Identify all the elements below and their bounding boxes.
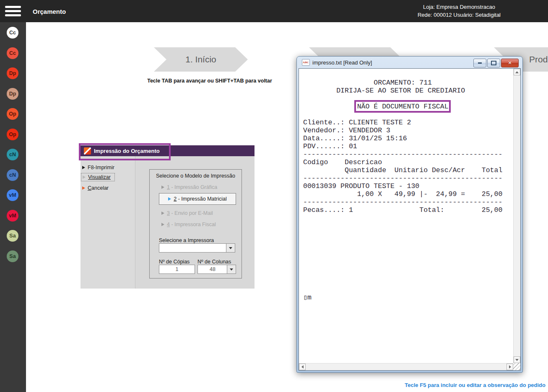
notepad-text-area[interactable]: ORCAMENTO: 711 DIRIJA-SE AO SETOR DE CRE… bbox=[299, 68, 521, 371]
notepad-window: ABC impresso.txt [Read Only] ✕ ORCAMENTO… bbox=[296, 56, 523, 373]
arrow-left-icon bbox=[301, 365, 304, 369]
notepad-titlebar[interactable]: ABC impresso.txt [Read Only] bbox=[302, 59, 372, 66]
sidebar-item-vm-1[interactable]: vM bbox=[7, 189, 18, 201]
page-title: Orçamento bbox=[33, 8, 66, 15]
arrow-right-icon bbox=[82, 166, 85, 169]
sidebar-item-cn-1[interactable]: cN bbox=[7, 149, 18, 160]
print-dialog-body: F8-Imprimir Visualizar Cancelar Selecion… bbox=[81, 156, 255, 289]
sidebar-item-sa-1[interactable]: Sa bbox=[7, 230, 18, 242]
print-model-label: Selecione o Modelo de Impressão bbox=[150, 173, 242, 179]
arrow-right-icon bbox=[161, 223, 164, 226]
option-envio-email[interactable]: 3 - Envio por E-Mail bbox=[161, 209, 213, 217]
preview-button[interactable]: Visualizar bbox=[81, 173, 115, 181]
minimize-icon bbox=[478, 62, 482, 64]
wizard-step-inicio: 1. Início bbox=[154, 47, 248, 72]
seta-logo-icon bbox=[84, 147, 91, 155]
wizard-step-label: 1. Início bbox=[185, 54, 216, 64]
maximize-button[interactable] bbox=[487, 59, 500, 67]
sidebar-item-op-2[interactable]: Op bbox=[7, 129, 18, 140]
print-dialog-actions: F8-Imprimir Visualizar Cancelar bbox=[81, 156, 135, 289]
vertical-scrollbar[interactable] bbox=[513, 69, 520, 363]
chevron-down-icon bbox=[230, 268, 233, 271]
store-label: Loja: Empresa Demonstracao bbox=[390, 3, 528, 11]
print-dialog-titlebar: Impressão do Orçamento bbox=[81, 145, 255, 156]
minimize-button[interactable] bbox=[473, 59, 486, 67]
f5-observation-hint: Tecle F5 para incluir ou editar a observ… bbox=[405, 382, 545, 388]
print-dialog: Impressão do Orçamento F8-Imprimir Visua… bbox=[81, 145, 255, 289]
sidebar-item-cn-2[interactable]: cN bbox=[7, 169, 18, 181]
copies-input[interactable]: 1 bbox=[159, 265, 195, 274]
notepad-title: impresso.txt [Read Only] bbox=[312, 59, 372, 66]
sidebar-item-cc-1[interactable]: Cc bbox=[7, 27, 18, 39]
arrow-right-icon bbox=[83, 175, 86, 179]
app-screen: Orçamento Loja: Empresa Demonstracao Red… bbox=[0, 0, 548, 392]
option-impressao-grafica[interactable]: 1 - Impressão Gráfica bbox=[161, 183, 217, 191]
columns-label: Nº de Colunas bbox=[197, 259, 231, 265]
arrow-up-icon bbox=[515, 71, 519, 73]
arrow-right-icon bbox=[509, 365, 511, 369]
chevron-down-icon bbox=[229, 247, 232, 249]
abc-document-icon: ABC bbox=[302, 59, 310, 66]
option-impressao-matricial[interactable]: 2 - Impressão Matricial bbox=[159, 193, 236, 205]
scroll-up-button[interactable] bbox=[514, 69, 520, 75]
cancel-button[interactable]: Cancelar bbox=[82, 184, 109, 192]
session-info: Loja: Empresa Demonstracao Rede: 000012 … bbox=[390, 3, 528, 19]
close-icon: ✕ bbox=[508, 60, 512, 66]
network-user-label: Rede: 000012 Usuário: Setadigital bbox=[390, 11, 528, 19]
arrow-right-icon bbox=[168, 197, 171, 201]
scroll-left-button[interactable] bbox=[299, 364, 306, 370]
print-dialog-title: Impressão do Orçamento bbox=[94, 148, 160, 154]
columns-dropdown-button[interactable] bbox=[227, 265, 236, 274]
option-impressora-fiscal[interactable]: 4 - Impressora Fiscal bbox=[161, 221, 216, 228]
close-button[interactable]: ✕ bbox=[501, 59, 519, 67]
top-bar: Orçamento Loja: Empresa Demonstracao Red… bbox=[0, 0, 548, 22]
sidebar: Cc Cc Dp Dp Op Op cN cN vM vM Sa Sa bbox=[0, 22, 26, 392]
sidebar-item-sa-2[interactable]: Sa bbox=[7, 250, 18, 262]
arrow-right-icon bbox=[161, 186, 164, 189]
printer-select-value[interactable] bbox=[159, 243, 227, 253]
copies-label: Nº de Cópias bbox=[159, 259, 190, 265]
sidebar-item-dp-1[interactable]: Dp bbox=[7, 67, 18, 79]
arrow-right-icon bbox=[161, 211, 164, 215]
arrow-down-icon bbox=[515, 359, 519, 361]
scroll-right-button[interactable] bbox=[506, 364, 513, 370]
receipt-text: ORCAMENTO: 711 DIRIJA-SE AO SETOR DE CRE… bbox=[299, 69, 513, 363]
horizontal-scrollbar[interactable] bbox=[299, 363, 513, 370]
sidebar-item-op-1[interactable]: Op bbox=[7, 108, 18, 120]
printer-select-label: Selecione a Impressora bbox=[159, 237, 214, 243]
resize-grip[interactable] bbox=[513, 363, 520, 370]
print-button[interactable]: F8-Imprimir bbox=[82, 164, 114, 171]
print-model-groupbox: Selecione o Modelo de Impressão 1 - Impr… bbox=[149, 169, 242, 279]
tab-navigation-hint: Tecle TAB para avançar ou SHIFT+TAB para… bbox=[138, 78, 281, 84]
maximize-icon bbox=[491, 61, 496, 65]
hamburger-menu-icon[interactable] bbox=[5, 6, 21, 17]
sidebar-item-vm-2[interactable]: vM bbox=[7, 210, 18, 222]
columns-input[interactable]: 48 bbox=[197, 265, 228, 274]
printer-dropdown-button[interactable] bbox=[226, 243, 235, 253]
wizard-step-label: Produ bbox=[529, 54, 548, 64]
sidebar-item-dp-2[interactable]: Dp bbox=[7, 88, 18, 100]
sidebar-item-cc-2[interactable]: Cc bbox=[7, 47, 18, 59]
arrow-right-icon bbox=[82, 186, 85, 190]
scroll-down-button[interactable] bbox=[514, 356, 520, 363]
